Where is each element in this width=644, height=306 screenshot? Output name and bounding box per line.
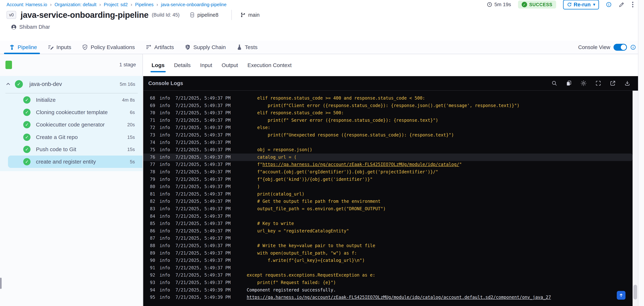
log-level: info [160,110,170,115]
tab-pipeline[interactable]: Pipeline [9,41,37,54]
top-bar: Account: Harness.io›Organization: defaul… [0,0,644,9]
log-timestamp: 7/21/2025, 5:49:37 PM [176,221,230,226]
log-line-number: 85 [144,220,155,227]
log-code: elif response.status_code >= 500: [247,110,344,115]
log-scrollbar-track[interactable] [632,91,638,306]
tab-output[interactable]: Output [222,62,238,68]
tab-policy-evaluations[interactable]: Policy Evaluations [82,41,135,54]
log-row-75: 75info7/21/2025, 5:49:37 PM obj = respon… [143,146,632,154]
tab-logs[interactable]: Logs [152,62,165,68]
console-view-toggle[interactable] [614,44,627,51]
log-line-number: 81 [144,190,155,198]
log-row-80: 80info7/21/2025, 5:49:37 PM ) [143,183,632,190]
step-row[interactable]: ✓Cloning cookiecutter template6s [0,106,142,119]
tab-execution-context[interactable]: Execution Context [248,62,292,68]
tab-tests[interactable]: Tests [236,41,258,54]
page-scrollbar-track[interactable] [638,0,644,306]
log-row-73: 73info7/21/2025, 5:49:37 PM print(f"Unex… [143,131,632,139]
log-row-78: 78info7/21/2025, 5:49:37 PM f"account.{o… [143,168,632,176]
log-timestamp: 7/21/2025, 5:49:37 PM [176,125,230,130]
rerun-info-icon[interactable] [606,2,612,8]
log-level: info [160,265,170,270]
step-row[interactable]: ✓Create a Git repo15s [0,131,142,143]
repo-group: pipeline8 [189,12,218,18]
more-options-icon[interactable] [632,1,634,8]
tab-label: Tests [245,44,258,50]
log-link[interactable]: https://qa.harness.io/ng/account/zEaak-F… [262,162,459,167]
open-in-new-icon[interactable] [610,80,616,86]
breadcrumb-link[interactable]: Project: sd2 [104,2,128,7]
console-view-info-icon[interactable] [630,44,636,50]
step-row[interactable]: ✓Cookiecutter code generator20s [0,119,142,131]
log-row-76: 76info7/21/2025, 5:49:37 PM catalog_url … [143,154,632,161]
log-code: url_key = "registeredCatalogEntity" [247,228,349,233]
search-icon[interactable] [551,80,558,86]
console-view-group: Console View [578,44,644,51]
tab-artifacts[interactable]: Artifacts [146,41,174,54]
step-success-icon: ✓ [23,146,30,153]
step-success-icon: ✓ [23,121,30,128]
log-level: info [160,125,170,130]
console-title: Console Logs [148,80,183,86]
sidebar-scrollbar-thumb[interactable] [0,278,2,289]
collapse-chevron-icon[interactable] [6,81,11,87]
step-row[interactable]: ✓Initialize4m 8s [0,94,142,106]
breadcrumb-link[interactable]: Pipelines [135,2,154,7]
log-line-number: 71 [144,117,155,124]
log-code: Component registered successfully. [247,287,336,292]
log-code: # Key to write [247,221,294,226]
tab-supply-chain[interactable]: Supply Chain [184,41,226,54]
log-level: info [160,250,170,256]
step-success-icon: ✓ [23,158,30,165]
breadcrumb-link[interactable]: Account: Harness.io [6,2,47,7]
log-timestamp: 7/21/2025, 5:49:39 PM [176,287,230,292]
status-label: SUCCESS [529,2,552,7]
step-row[interactable]: ✓create and register entity5s [0,156,142,168]
log-code: https://qa.harness.io/ng/account/zEaak-F… [247,295,551,300]
log-timestamp: 7/21/2025, 5:49:37 PM [176,118,230,123]
rerun-label: Re-run [574,2,591,8]
breadcrumb-separator: › [131,2,132,8]
fullscreen-icon[interactable] [595,80,601,86]
repo-name: pipeline8 [197,12,218,18]
step-duration: 15s [127,147,135,152]
user-row: Shibam Dhar [11,24,50,30]
tab-details[interactable]: Details [174,62,191,68]
tab-inputs[interactable]: Inputs [48,41,71,54]
breadcrumb-link[interactable]: java-service-onboarding-pipeline [161,2,226,7]
log-code: f.write(f"{url_key}={catalog_url}\n") [247,258,365,263]
log-code: f"{obj.get('kind')}/{obj.get('identifier… [247,177,373,182]
download-icon[interactable] [624,80,630,86]
log-line-number: 93 [144,279,155,286]
edit-pipeline-icon[interactable] [618,2,625,8]
tab-input[interactable]: Input [200,62,212,68]
log-code: # Get the output file path from the envi… [247,199,380,204]
repository-icon [189,12,195,18]
settings-gear-icon[interactable] [580,80,587,87]
log-level: info [160,184,170,189]
breadcrumb: Account: Harness.io›Organization: defaul… [6,2,226,8]
stage-row[interactable]: ✓ java-onb-dev 5m 16s [0,78,142,91]
log-level: info [160,177,170,182]
rerun-button[interactable]: Re-run ▾ [563,0,599,10]
step-row[interactable]: ✓Push code to Git15s [0,143,142,156]
execution-sidebar: 1 stage ✓ java-onb-dev 5m 16s ✓Initializ… [0,54,143,306]
git-branch-icon [240,12,246,18]
log-line-number: 89 [144,249,155,257]
log-code: print(f" Server error ({response.status_… [247,118,438,123]
version-badge: v0 [6,11,16,19]
log-level: info [160,103,170,108]
arrow-up-icon [618,292,624,298]
stage-name: java-onb-dev [30,81,62,87]
log-line-number: 95 [144,294,155,301]
log-link[interactable]: https://qa.harness.io/ng/account/zEaak-F… [247,295,551,300]
log-row-90: 90info7/21/2025, 5:49:37 PM f.write(f"{u… [143,257,632,264]
execution-panel: Logs Details Input Output Execution Cont… [143,54,644,306]
log-level: info [160,96,170,101]
copy-icon[interactable] [566,80,572,86]
log-code: with open(output_file_path, "w") as f: [247,250,357,256]
scroll-to-top-button[interactable] [617,291,626,300]
breadcrumb-link[interactable]: Organization: default [54,2,96,7]
log-scrollbar-thumb[interactable] [634,285,637,299]
log-level: info [160,258,170,263]
